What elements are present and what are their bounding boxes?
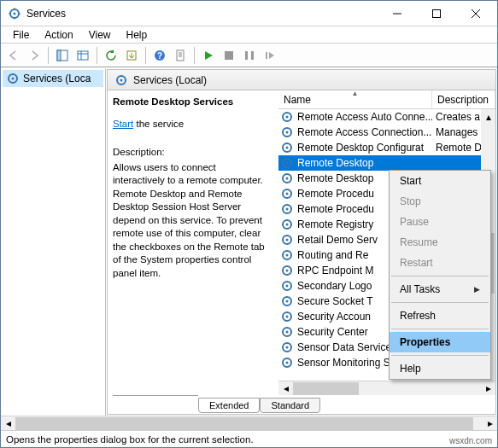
tab-extended[interactable]: Extended: [198, 398, 260, 413]
submenu-arrow-icon: ▶: [474, 285, 480, 294]
gear-icon: [280, 233, 294, 247]
list-horizontal-scrollbar[interactable]: ◂ ▸: [278, 381, 495, 395]
nav-back-button[interactable]: [4, 46, 23, 65]
watermark: wsxdn.com: [449, 436, 492, 445]
start-service-button[interactable]: [199, 46, 218, 65]
svg-point-1: [14, 12, 16, 15]
svg-point-63: [286, 362, 289, 364]
menu-view[interactable]: View: [82, 27, 118, 43]
tree-services-local[interactable]: Services (Loca: [3, 70, 103, 87]
svg-rect-22: [225, 51, 233, 60]
description-label: Description:: [113, 146, 270, 160]
svg-point-51: [286, 270, 289, 272]
column-desc-label: Description: [437, 94, 489, 106]
service-row[interactable]: Remote Desktop ConfiguratRemote De: [278, 140, 481, 155]
scroll-right-button[interactable]: ▸: [481, 381, 495, 396]
nav-forward-button[interactable]: [25, 46, 44, 65]
toolbar-separator: [48, 47, 49, 64]
close-button[interactable]: [456, 1, 495, 26]
svg-rect-23: [245, 51, 248, 60]
scroll-up-button[interactable]: ▴: [481, 109, 495, 124]
tab-standard[interactable]: Standard: [260, 398, 320, 413]
menu-file[interactable]: File: [6, 27, 36, 43]
properties-button[interactable]: [171, 46, 190, 65]
scroll-track[interactable]: [15, 416, 483, 430]
start-service-link[interactable]: Start: [113, 119, 133, 129]
services-icon: [6, 72, 20, 85]
tree-item-label: Services (Loca: [23, 73, 91, 84]
ctx-all-tasks[interactable]: All Tasks▶: [390, 279, 490, 300]
list-header: Name ▲ Description: [278, 90, 495, 109]
svg-rect-18: [177, 50, 184, 61]
gear-icon: [280, 279, 294, 293]
svg-point-33: [286, 131, 289, 134]
gear-icon: [280, 110, 294, 124]
ctx-resume: Resume: [390, 232, 490, 253]
column-description[interactable]: Description: [432, 90, 495, 108]
start-suffix: the service: [133, 119, 184, 129]
service-name-cell: Remote Access Connection...: [278, 125, 432, 139]
ctx-separator: [391, 302, 489, 303]
export-button[interactable]: [122, 46, 141, 65]
status-text: Opens the properties dialog box for the …: [6, 434, 254, 445]
ctx-start[interactable]: Start: [390, 171, 490, 191]
menu-action[interactable]: Action: [38, 27, 79, 43]
ctx-help[interactable]: Help: [390, 358, 490, 379]
scroll-thumb[interactable]: [293, 382, 359, 395]
svg-point-35: [286, 147, 289, 149]
svg-rect-24: [251, 51, 254, 60]
ctx-properties[interactable]: Properties: [390, 332, 490, 352]
service-row[interactable]: Remote Desktop: [278, 155, 481, 171]
svg-point-55: [286, 300, 289, 303]
scroll-thumb[interactable]: [15, 417, 473, 430]
view-tabs: Extended Standard: [108, 395, 495, 414]
scroll-left-button[interactable]: ◂: [278, 381, 293, 396]
pause-service-button[interactable]: [240, 46, 259, 65]
gear-icon: [280, 356, 294, 369]
tree-pane[interactable]: Services (Loca: [1, 68, 106, 416]
services-icon: [114, 73, 128, 87]
ctx-separator: [391, 329, 489, 329]
svg-point-61: [286, 346, 289, 349]
export-list-button[interactable]: [73, 46, 92, 65]
service-name-cell: Remote Desktop Configurat: [278, 141, 432, 154]
gear-icon: [280, 187, 294, 201]
detail-pane: Remote Desktop Services Start the servic…: [108, 90, 278, 395]
gear-icon: [280, 248, 294, 262]
panel-title: Services (Local): [133, 74, 207, 86]
service-row[interactable]: Remote Access Connection...Manages d: [278, 125, 481, 140]
panel-header: Services (Local): [108, 70, 495, 90]
ctx-restart: Restart: [390, 253, 490, 273]
menu-help[interactable]: Help: [120, 27, 155, 43]
column-name-label: Name: [284, 94, 311, 106]
svg-rect-25: [266, 52, 267, 59]
maximize-button[interactable]: [417, 1, 456, 26]
app-icon: [8, 7, 21, 20]
service-name-cell: Remote Desktop: [278, 156, 432, 170]
svg-point-31: [286, 116, 289, 119]
window-horizontal-scrollbar[interactable]: ◂ ▸: [1, 416, 497, 430]
stop-service-button[interactable]: [220, 46, 238, 65]
restart-service-button[interactable]: [261, 46, 279, 65]
description-text: Allows users to connect interactively to…: [113, 161, 270, 281]
svg-point-49: [286, 254, 289, 257]
gear-icon: [280, 325, 294, 339]
help-button[interactable]: ?: [150, 46, 169, 65]
show-hide-tree-button[interactable]: [53, 46, 72, 65]
minimize-button[interactable]: [378, 1, 417, 26]
scroll-left-button[interactable]: ◂: [1, 416, 15, 430]
service-row[interactable]: Remote Access Auto Conne...Creates a c: [278, 109, 481, 125]
svg-rect-12: [78, 51, 88, 60]
svg-point-59: [286, 331, 289, 334]
toolbar-separator: [194, 47, 195, 64]
svg-point-41: [286, 193, 289, 195]
service-name-cell: Remote Access Auto Conne...: [278, 110, 432, 124]
column-name[interactable]: Name ▲: [278, 90, 432, 108]
refresh-button[interactable]: [102, 46, 120, 65]
scroll-right-button[interactable]: ▸: [483, 416, 497, 430]
ctx-refresh[interactable]: Refresh: [390, 305, 490, 326]
toolbar: ?: [1, 44, 497, 67]
svg-point-43: [286, 208, 289, 211]
service-desc-cell: Manages d: [432, 126, 481, 138]
scroll-track[interactable]: [293, 381, 481, 396]
